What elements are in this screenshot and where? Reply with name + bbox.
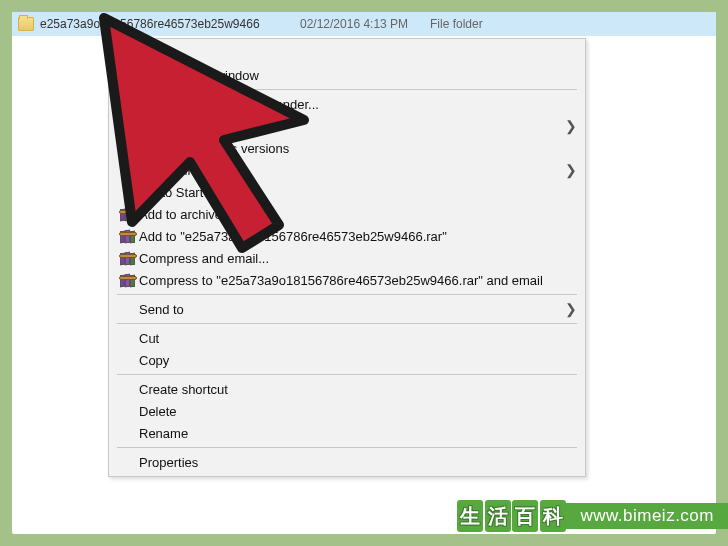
menu-item-label: Open in new window (139, 68, 563, 83)
menu-item-label: Share with (139, 119, 563, 134)
menu-item[interactable]: Scan with Windows Defender... (109, 93, 585, 115)
watermark-char: 活 (485, 500, 511, 532)
defender-shield-icon (117, 96, 139, 112)
menu-item-label: Copy (139, 353, 563, 368)
chevron-right-icon: ❯ (563, 162, 577, 178)
menu-item[interactable]: Open in new window (109, 64, 585, 86)
menu-item[interactable]: Add to "e25a73a9o18156786re46573eb25w946… (109, 225, 585, 247)
winrar-icon (117, 207, 139, 221)
menu-item[interactable]: Share with❯ (109, 115, 585, 137)
menu-item-label: Properties (139, 455, 563, 470)
menu-item[interactable]: Open (109, 42, 585, 64)
explorer-window: e25a73a9o18156786re46573eb25w9466 02/12/… (12, 12, 716, 534)
menu-item-label: Open (139, 46, 563, 61)
winrar-icon (117, 229, 139, 243)
menu-item-label: Compress to "e25a73a9o18156786re46573eb2… (139, 273, 563, 288)
menu-item-label: Rename (139, 426, 563, 441)
context-menu: OpenOpen in new windowScan with Windows … (108, 38, 586, 477)
chevron-right-icon: ❯ (563, 301, 577, 317)
menu-item[interactable]: Restore previous versions (109, 137, 585, 159)
menu-item[interactable]: Pin to Start (109, 181, 585, 203)
menu-item-label: Restore previous versions (139, 141, 563, 156)
menu-item-label: Cut (139, 331, 563, 346)
menu-item[interactable]: Include in library❯ (109, 159, 585, 181)
menu-item-label: Pin to Start (139, 185, 563, 200)
watermark: 生活百科 www.bimeiz.com (456, 492, 728, 540)
folder-icon (18, 17, 34, 31)
chevron-right-icon: ❯ (563, 118, 577, 134)
menu-separator (117, 447, 577, 448)
watermark-char: 生 (457, 500, 483, 532)
menu-separator (117, 323, 577, 324)
menu-item[interactable]: Compress to "e25a73a9o18156786re46573eb2… (109, 269, 585, 291)
file-type: File folder (430, 17, 483, 31)
menu-item-label: Send to (139, 302, 563, 317)
watermark-char: 百 (512, 500, 538, 532)
menu-item-label: Scan with Windows Defender... (139, 97, 563, 112)
menu-item[interactable]: Send to❯ (109, 298, 585, 320)
file-row-selected[interactable]: e25a73a9o18156786re46573eb25w9466 02/12/… (12, 12, 716, 36)
winrar-icon (117, 251, 139, 265)
watermark-url: www.bimeiz.com (566, 503, 728, 529)
menu-separator (117, 294, 577, 295)
menu-item[interactable]: Copy (109, 349, 585, 371)
menu-item-label: Compress and email... (139, 251, 563, 266)
menu-separator (117, 89, 577, 90)
file-date: 02/12/2016 4:13 PM (300, 17, 430, 31)
menu-item[interactable]: Delete (109, 400, 585, 422)
menu-item[interactable]: Properties (109, 451, 585, 473)
menu-item-label: Create shortcut (139, 382, 563, 397)
menu-separator (117, 374, 577, 375)
menu-item-label: Delete (139, 404, 563, 419)
watermark-char: 科 (540, 500, 566, 532)
menu-item[interactable]: Rename (109, 422, 585, 444)
menu-item-label: Add to archive... (139, 207, 563, 222)
menu-item-label: Add to "e25a73a9o18156786re46573eb25w946… (139, 229, 563, 244)
menu-item[interactable]: Create shortcut (109, 378, 585, 400)
watermark-brand: 生活百科 (456, 492, 566, 540)
menu-item[interactable]: Compress and email... (109, 247, 585, 269)
menu-item[interactable]: Add to archive... (109, 203, 585, 225)
menu-item-label: Include in library (139, 163, 563, 178)
winrar-icon (117, 273, 139, 287)
file-name: e25a73a9o18156786re46573eb25w9466 (40, 17, 300, 31)
menu-item[interactable]: Cut (109, 327, 585, 349)
